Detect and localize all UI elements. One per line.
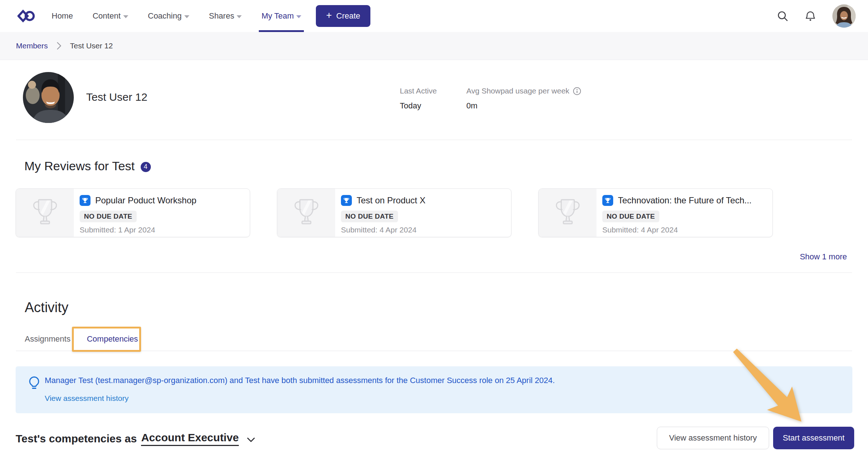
card-thumbnail: [539, 189, 596, 237]
coaching-trophy-badge-icon: [602, 195, 613, 206]
chevron-down-icon: [296, 15, 301, 18]
nav-item-shares[interactable]: Shares: [209, 0, 242, 32]
card-body: Test on Product X NO DUE DATE Submitted:…: [335, 189, 425, 237]
showpad-logo[interactable]: [17, 0, 36, 32]
breadcrumb-current: Test User 12: [70, 41, 113, 50]
infinity-logo-icon: [17, 9, 36, 23]
nav-item-my-team[interactable]: My Team: [261, 0, 301, 32]
competencies-heading: Test's competencies as Account Executive: [16, 431, 255, 446]
start-assessment-button[interactable]: Start assessment: [773, 427, 854, 449]
chevron-down-icon[interactable]: [247, 437, 255, 443]
stat-value: Today: [400, 101, 437, 111]
nav-menu: Home Content Coaching Shares My Team: [52, 0, 301, 32]
top-navigation: Home Content Coaching Shares My Team + C…: [0, 0, 868, 32]
info-banner: Manager Test (test.manager@sp-organizati…: [16, 366, 852, 413]
nav-item-coaching[interactable]: Coaching: [148, 0, 189, 32]
bell-icon: [804, 10, 816, 22]
activity-section-title: Activity: [25, 300, 68, 315]
card-body: Popular Poduct Workshop NO DUE DATE Subm…: [74, 189, 196, 237]
breadcrumb-members[interactable]: Members: [16, 41, 48, 50]
search-button[interactable]: [777, 11, 788, 22]
tab-assignments[interactable]: Assignments: [25, 334, 71, 344]
card-body: Technovation: the Future of Tech... NO D…: [596, 189, 752, 237]
reviews-section-title: My Reviews for Test 4: [24, 159, 151, 173]
chevron-down-icon: [237, 15, 242, 18]
card-title: Technovation: the Future of Tech...: [618, 195, 752, 206]
nav-item-label: Shares: [209, 11, 234, 21]
nav-item-label: My Team: [261, 11, 294, 21]
tab-competencies[interactable]: Competencies: [87, 334, 138, 344]
nav-item-label: Home: [52, 11, 73, 21]
info-icon[interactable]: [573, 87, 581, 95]
stat-last-active: Last Active Today: [400, 87, 437, 111]
coaching-trophy-badge-icon: [80, 195, 91, 206]
nav-item-label: Content: [93, 11, 121, 21]
review-card[interactable]: Test on Product X NO DUE DATE Submitted:…: [277, 188, 511, 237]
create-button[interactable]: + Create: [316, 5, 370, 27]
competencies-heading-prefix: Test's competencies as: [16, 433, 137, 445]
divider: [16, 140, 852, 140]
show-more-link[interactable]: Show 1 more: [800, 252, 847, 262]
chevron-right-icon: [57, 42, 61, 50]
card-thumbnail: [277, 189, 335, 237]
trophy-icon: [290, 195, 323, 231]
role-selector-value: Account Executive: [141, 431, 238, 444]
submitted-date: Submitted: 4 Apr 2024: [602, 226, 752, 234]
nav-item-home[interactable]: Home: [52, 0, 73, 32]
review-cards: Popular Poduct Workshop NO DUE DATE Subm…: [16, 188, 773, 237]
submitted-date: Submitted: 4 Apr 2024: [341, 226, 425, 234]
create-button-label: Create: [336, 11, 360, 21]
search-icon: [777, 11, 788, 22]
due-date-badge: NO DUE DATE: [80, 211, 137, 222]
user-avatar[interactable]: [832, 4, 856, 28]
due-date-badge: NO DUE DATE: [602, 211, 659, 222]
card-title: Popular Poduct Workshop: [95, 195, 196, 206]
divider: [16, 272, 852, 273]
submitted-date: Submitted: 1 Apr 2024: [80, 226, 196, 234]
banner-message: Manager Test (test.manager@sp-organizati…: [45, 376, 555, 385]
member-profile-page: Home Content Coaching Shares My Team + C…: [0, 0, 868, 462]
breadcrumb: Members Test User 12: [0, 32, 868, 60]
stat-avg-usage: Avg Showpad usage per week 0m: [466, 87, 581, 111]
member-name: Test User 12: [86, 91, 147, 103]
trophy-icon: [29, 195, 61, 231]
stat-label: Last Active: [400, 87, 437, 95]
review-card[interactable]: Technovation: the Future of Tech... NO D…: [538, 188, 773, 237]
plus-icon: +: [326, 10, 332, 21]
role-selector[interactable]: Account Executive: [141, 431, 238, 446]
review-card[interactable]: Popular Poduct Workshop NO DUE DATE Subm…: [16, 188, 250, 237]
activity-tabs: Assignments Competencies: [16, 327, 852, 351]
section-title-text: My Reviews for Test: [24, 159, 135, 173]
trophy-icon: [551, 195, 584, 231]
view-assessment-history-link[interactable]: View assessment history: [45, 394, 129, 403]
member-avatar: [23, 72, 74, 123]
coaching-trophy-badge-icon: [341, 195, 352, 206]
reviews-count-badge: 4: [141, 162, 151, 172]
card-thumbnail: [16, 189, 74, 237]
due-date-badge: NO DUE DATE: [341, 211, 398, 222]
avatar-photo-woman: [832, 4, 856, 28]
nav-item-content[interactable]: Content: [93, 0, 128, 32]
chevron-down-icon: [123, 15, 128, 18]
nav-right-controls: [777, 0, 856, 32]
card-title: Test on Product X: [357, 195, 425, 206]
avatar-photo-man: [23, 72, 74, 123]
lightbulb-icon: [27, 375, 42, 390]
nav-item-label: Coaching: [148, 11, 182, 21]
stat-label: Avg Showpad usage per week: [466, 87, 569, 95]
view-assessment-history-button[interactable]: View assessment history: [657, 427, 769, 449]
chevron-down-icon: [184, 15, 189, 18]
notifications-button[interactable]: [804, 10, 816, 22]
stat-value: 0m: [466, 101, 581, 111]
